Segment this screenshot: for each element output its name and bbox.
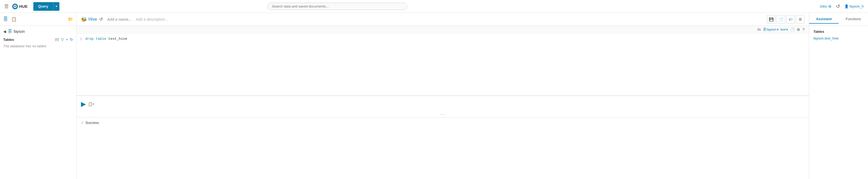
- tables-section-label: Tables: [3, 38, 14, 42]
- name-placeholder[interactable]: Add a name...: [107, 17, 131, 22]
- db-stack-icon: 🗄: [8, 29, 12, 34]
- editor-toolbar: 🐝 Hive ↺ Add a name... Add a description…: [76, 13, 809, 26]
- tables-controls: (0) ▽ ＋ ↻: [55, 37, 73, 42]
- main-content: ◀ 🗄 fayson Tables (0) ▽ ＋ ↻ The database…: [0, 26, 868, 179]
- tab-assistant[interactable]: Assistant: [809, 15, 839, 24]
- history-icon[interactable]: ↺: [836, 3, 840, 9]
- editor-actions: 💾 📄 🏷 ⚙: [767, 15, 805, 24]
- jobs-link[interactable]: Jobs ⚙: [819, 4, 831, 9]
- new-doc-button[interactable]: 📄: [777, 15, 785, 24]
- logo[interactable]: HUE: [12, 3, 28, 10]
- user-icon: 👤: [844, 4, 849, 8]
- format-selector[interactable]: text ▾: [781, 28, 788, 31]
- keyword-drop: drop: [85, 37, 96, 41]
- doc-info-icon[interactable]: 📄: [790, 27, 795, 32]
- db-stack-meta-icon: 🗄: [763, 28, 766, 31]
- user-menu[interactable]: 👤 fayson_h: [844, 4, 864, 8]
- code-editor[interactable]: 1 drop table test_hive: [76, 34, 809, 96]
- line-number-1: 1: [76, 37, 85, 41]
- database-icon[interactable]: 🗄: [3, 17, 8, 22]
- check-icon: ✓: [81, 121, 84, 125]
- filter-icon[interactable]: ▽: [61, 37, 64, 42]
- left-panel-toolbar: 🗄 📋 📁: [0, 13, 76, 26]
- folder-icon[interactable]: 📁: [68, 17, 73, 22]
- settings-button[interactable]: ⚙: [796, 15, 805, 24]
- left-panel: ◀ 🗄 fayson Tables (0) ▽ ＋ ↻ The database…: [0, 26, 76, 179]
- query-dropdown-button[interactable]: ▾: [53, 2, 59, 11]
- identifier-test-hive: test_hive: [108, 37, 127, 41]
- table-link-fayson-test-hive[interactable]: fayson.test_hive: [813, 36, 839, 40]
- hamburger-icon[interactable]: ☰: [4, 3, 9, 9]
- query-button-group: Query ▾: [33, 2, 59, 11]
- right-panel-tabs: Assistant Functions: [809, 13, 868, 26]
- no-tables-message: The database has no tables: [3, 44, 73, 48]
- tag-button[interactable]: 🏷: [786, 15, 795, 24]
- tables-count: (0): [55, 38, 59, 41]
- right-panel-tables-title: Tables: [813, 30, 864, 34]
- run-button[interactable]: ▶: [81, 100, 86, 108]
- db-name-label[interactable]: fayson: [14, 29, 25, 34]
- db-selector[interactable]: 🗄 fayson ▾: [763, 28, 778, 31]
- format-label: text: [781, 28, 786, 31]
- hive-bee-icon: 🐝: [81, 17, 87, 22]
- db-selector-chevron: ▾: [777, 28, 778, 31]
- success-message: ✓ Success.: [81, 121, 805, 125]
- add-table-icon[interactable]: ＋: [65, 37, 69, 42]
- refresh-icon[interactable]: ↻: [70, 37, 73, 42]
- navbar-right: Jobs ⚙ ↺ 👤 fayson_h: [819, 3, 864, 9]
- navbar: ☰ HUE Query ▾ Jobs ⚙ ↺ 👤 fayson_h: [0, 0, 868, 13]
- code-line-1: 1 drop table test_hive: [76, 37, 807, 41]
- help-icon[interactable]: ?: [802, 27, 805, 32]
- back-icon[interactable]: ◀: [3, 29, 6, 34]
- hive-tag: 🐝 Hive: [81, 17, 97, 22]
- tables-header: Tables (0) ▽ ＋ ↻: [3, 37, 73, 42]
- run-button-area: ▶ 📋▾: [76, 96, 809, 112]
- keyword-table: table: [96, 37, 108, 41]
- results-area: ✓ Success.: [76, 117, 809, 179]
- search-bar-container: [267, 3, 407, 10]
- secondary-toolbar: 🗄 📋 📁 🐝 Hive ↺ Add a name... Add a descr…: [0, 13, 868, 26]
- editor-panel: 0s 🗄 fayson ▾ text ▾ 📄 ⚙ ? 1 drop table …: [76, 26, 809, 179]
- save-button[interactable]: 💾: [767, 15, 775, 24]
- db-selector-label: fayson: [767, 28, 776, 31]
- jobs-label: Jobs: [819, 4, 827, 8]
- db-breadcrumb: ◀ 🗄 fayson: [3, 29, 73, 34]
- right-panel: Tables fayson.test_hive: [809, 26, 868, 179]
- undo-button[interactable]: ↺: [99, 17, 103, 22]
- username-label: fayson_h: [849, 4, 864, 8]
- code-content-1: drop table test_hive: [85, 37, 127, 41]
- search-input[interactable]: [267, 3, 407, 10]
- svg-text:HUE: HUE: [19, 4, 28, 8]
- jobs-settings-icon: ⚙: [828, 4, 832, 9]
- time-value: 0s: [757, 28, 761, 31]
- success-text: Success.: [86, 121, 100, 125]
- query-button[interactable]: Query: [33, 2, 53, 11]
- documents-icon[interactable]: 📋: [11, 17, 17, 22]
- editor-meta-bar: 0s 🗄 fayson ▾ text ▾ 📄 ⚙ ?: [76, 26, 809, 34]
- svg-point-2: [14, 6, 16, 7]
- tab-functions[interactable]: Functions: [839, 15, 868, 24]
- hive-label: Hive: [89, 17, 97, 22]
- execution-time: 0s: [757, 28, 761, 31]
- desc-placeholder[interactable]: Add a description...: [136, 17, 168, 22]
- hue-logo-icon: HUE: [12, 3, 28, 10]
- panel-divider: • • •: [76, 112, 809, 117]
- format-chevron: ▾: [786, 28, 788, 31]
- gutter-menu[interactable]: 📋▾: [88, 102, 94, 106]
- settings-meta-icon[interactable]: ⚙: [797, 27, 800, 32]
